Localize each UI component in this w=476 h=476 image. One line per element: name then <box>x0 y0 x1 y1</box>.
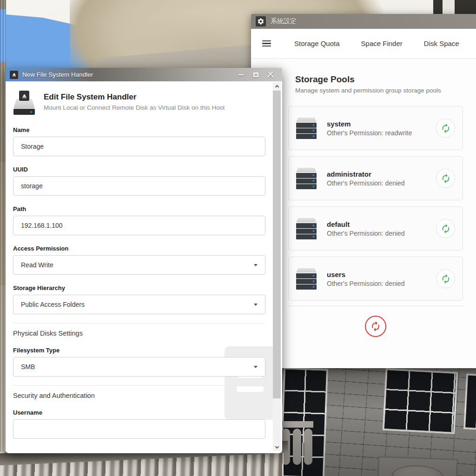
path-input[interactable] <box>13 216 265 235</box>
dialog-titlebar[interactable]: New File System Handler <box>6 68 282 81</box>
page-subtitle: Manage system and permission group stora… <box>295 87 476 94</box>
new-fs-handler-dialog: New File System Handler Edit File System… <box>6 68 282 453</box>
menu-icon[interactable] <box>262 40 271 47</box>
dialog-body: Edit File System Handler Mount Local or … <box>6 81 282 453</box>
dialog-scrollbar[interactable] <box>273 82 281 451</box>
caret-down-icon <box>254 366 258 368</box>
minimize-button[interactable] <box>233 68 248 81</box>
settings-toolbar: Storage Quota Space Finder Disk Space <box>251 29 476 59</box>
security-section-title: Security and Authentication <box>13 392 265 399</box>
close-button[interactable] <box>263 68 278 81</box>
scroll-up-button[interactable] <box>273 82 281 90</box>
pool-permission: Other's Permission: denied <box>327 280 436 287</box>
maximize-button[interactable] <box>248 68 263 81</box>
pool-card-default[interactable]: default Other's Permission: denied <box>288 206 463 251</box>
pool-name: administrator <box>327 170 436 178</box>
refresh-pool-button[interactable] <box>436 219 455 238</box>
bg-fluted-columns <box>0 452 284 476</box>
pool-permission: Other's Permission: denied <box>327 179 436 187</box>
settings-titlebar[interactable]: 系統設定 <box>251 14 476 29</box>
pool-card-system[interactable]: system Other's Permission: readwrite <box>288 106 463 150</box>
eject-icon <box>10 71 18 79</box>
username-label: Username <box>13 409 265 416</box>
server-stack-icon <box>296 168 317 189</box>
form-title: Edit File System Handler <box>44 93 225 102</box>
chevron-down-icon <box>275 444 278 448</box>
tab-disk-space[interactable]: Disk Space <box>424 40 459 47</box>
access-permission-value: Read Write <box>21 261 53 269</box>
circular-arrows-icon <box>441 123 451 133</box>
dialog-title: New File System Handler <box>22 71 233 78</box>
reload-pools-button[interactable] <box>365 316 386 337</box>
form-subtitle: Mount Local or Connect Remote Disk as Vi… <box>44 104 225 111</box>
page-title: Storage Pools <box>295 74 476 85</box>
external-drive-icon <box>13 92 35 117</box>
screen: 系統設定 Storage Quota Space Finder Disk Spa… <box>0 0 476 476</box>
uuid-label: UUID <box>13 166 265 173</box>
tab-storage-quota[interactable]: Storage Quota <box>294 40 340 47</box>
server-stack-icon <box>296 268 317 290</box>
refresh-pool-button[interactable] <box>436 119 455 138</box>
circular-arrows-icon <box>441 274 451 284</box>
name-label: Name <box>13 126 265 133</box>
filesystem-type-label: Filesystem Type <box>13 347 265 354</box>
dialog-header: Edit File System Handler Mount Local or … <box>13 92 265 117</box>
circular-arrows-icon <box>441 173 451 184</box>
storage-hierarchy-label: Storage Hierarchy <box>13 284 265 291</box>
gear-icon <box>256 16 266 26</box>
settings-window-title: 系統設定 <box>271 17 297 26</box>
caret-down-icon <box>254 304 258 306</box>
pool-card-administrator[interactable]: administrator Other's Permission: denied <box>288 156 463 200</box>
storage-hierarchy-value: Public Access Folders <box>21 301 85 308</box>
divider <box>13 385 265 386</box>
filesystem-type-value: SMB <box>21 363 35 370</box>
refresh-pool-button[interactable] <box>436 169 455 188</box>
access-permission-select[interactable]: Read Write <box>13 255 265 275</box>
filesystem-type-select[interactable]: SMB <box>13 357 265 377</box>
storage-pools-page: Storage Pools Manage system and permissi… <box>251 59 476 368</box>
pool-permission: Other's Permission: denied <box>327 230 436 237</box>
access-permission-label: Access Permission <box>13 245 265 252</box>
pool-name: system <box>327 120 436 128</box>
caret-down-icon <box>254 264 258 266</box>
pool-name: default <box>327 220 436 228</box>
server-stack-icon <box>296 218 317 239</box>
tab-space-finder[interactable]: Space Finder <box>361 40 403 47</box>
circular-arrows-icon <box>370 321 381 332</box>
divider <box>13 323 265 324</box>
scroll-down-button[interactable] <box>273 443 281 451</box>
pool-permission: Other's Permission: readwrite <box>327 129 436 137</box>
scrollbar-thumb[interactable] <box>273 91 281 398</box>
chevron-up-icon <box>275 85 278 88</box>
path-label: Path <box>13 205 265 212</box>
refresh-pool-button[interactable] <box>436 269 455 288</box>
name-input[interactable] <box>13 137 265 156</box>
bg-building-facade <box>279 366 476 476</box>
pool-card-users[interactable]: users Other's Permission: denied <box>288 257 463 301</box>
username-input[interactable] <box>13 419 265 439</box>
settings-window: 系統設定 Storage Quota Space Finder Disk Spa… <box>251 14 476 368</box>
pool-list: system Other's Permission: readwrite adm… <box>288 106 463 301</box>
pool-name: users <box>327 271 436 278</box>
storage-hierarchy-select[interactable]: Public Access Folders <box>13 295 265 314</box>
circular-arrows-icon <box>441 224 451 234</box>
uuid-input[interactable] <box>13 176 265 196</box>
server-stack-icon <box>296 118 317 139</box>
physical-disks-section-title: Physical Disks Settings <box>13 330 265 337</box>
